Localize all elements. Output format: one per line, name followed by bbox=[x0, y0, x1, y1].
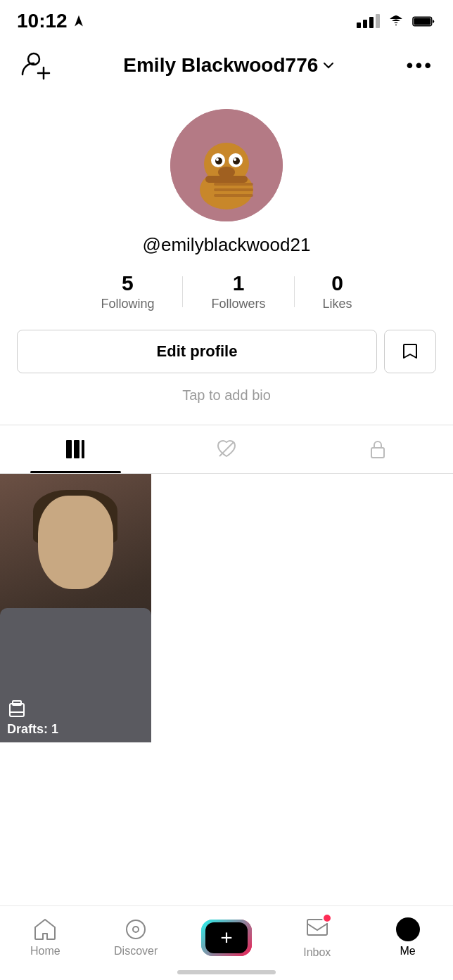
person-head bbox=[38, 496, 113, 590]
following-count: 5 bbox=[122, 271, 134, 295]
svg-rect-17 bbox=[214, 188, 253, 191]
username-text: Emily Blackwood776 bbox=[123, 54, 318, 77]
stats-row: 5 Following 1 Followers 0 Likes bbox=[17, 271, 436, 311]
tab-videos[interactable] bbox=[0, 425, 151, 473]
bottom-navigation: Home Discover + Inbox Me bbox=[0, 905, 453, 980]
profile-avatar-image bbox=[170, 109, 283, 221]
svg-rect-23 bbox=[371, 448, 384, 458]
draft-icon bbox=[7, 699, 27, 719]
followers-stat[interactable]: 1 Followers bbox=[183, 271, 293, 311]
home-label: Home bbox=[30, 945, 60, 958]
svg-point-10 bbox=[215, 157, 222, 165]
bio-placeholder[interactable]: Tap to add bio bbox=[182, 387, 271, 404]
svg-rect-19 bbox=[66, 440, 72, 458]
tab-liked[interactable] bbox=[151, 425, 302, 473]
home-icon bbox=[33, 917, 57, 941]
nav-discover[interactable]: Discover bbox=[108, 917, 164, 958]
grid-icon bbox=[64, 438, 87, 460]
svg-rect-18 bbox=[214, 194, 253, 197]
inbox-label: Inbox bbox=[303, 946, 331, 959]
svg-point-27 bbox=[127, 920, 145, 939]
svg-rect-16 bbox=[214, 183, 253, 186]
me-icon bbox=[396, 917, 420, 941]
action-buttons-row: Edit profile bbox=[17, 330, 436, 373]
more-options-button[interactable]: ••• bbox=[404, 51, 436, 79]
status-time: 10:12 bbox=[17, 10, 86, 32]
likes-stat[interactable]: 0 Likes bbox=[295, 271, 381, 311]
svg-point-13 bbox=[234, 158, 236, 161]
signal-bars bbox=[357, 14, 380, 28]
draft-overlay: Drafts: 1 bbox=[0, 694, 151, 742]
likes-label: Likes bbox=[323, 297, 352, 311]
following-label: Following bbox=[101, 297, 154, 311]
discover-label: Discover bbox=[114, 945, 158, 958]
draft-label: Drafts: 1 bbox=[7, 722, 58, 737]
create-button-inner: + bbox=[205, 922, 248, 953]
time-display: 10:12 bbox=[17, 10, 68, 32]
wifi-icon bbox=[387, 14, 405, 28]
svg-point-11 bbox=[233, 157, 240, 165]
avatar[interactable] bbox=[170, 109, 283, 221]
svg-point-12 bbox=[216, 158, 219, 161]
tab-private[interactable] bbox=[302, 425, 453, 473]
create-button[interactable]: + bbox=[201, 920, 252, 956]
top-navigation: Emily Blackwood776 ••• bbox=[0, 38, 453, 95]
svg-point-28 bbox=[133, 927, 139, 932]
bookmark-icon bbox=[400, 342, 420, 361]
discover-icon bbox=[124, 917, 148, 941]
add-friend-icon bbox=[20, 48, 52, 80]
chevron-down-icon bbox=[322, 59, 335, 72]
plus-icon: + bbox=[220, 927, 233, 948]
video-grid: Drafts: 1 bbox=[0, 474, 453, 742]
inbox-notification-dot bbox=[322, 913, 332, 923]
nav-create[interactable]: + bbox=[198, 920, 255, 956]
following-stat[interactable]: 5 Following bbox=[72, 271, 182, 311]
svg-point-30 bbox=[396, 917, 420, 941]
svg-line-22 bbox=[219, 442, 234, 456]
status-icons bbox=[357, 14, 436, 28]
content-spacer bbox=[0, 742, 453, 827]
followers-count: 1 bbox=[233, 271, 245, 295]
lock-icon bbox=[366, 438, 389, 460]
svg-rect-1 bbox=[414, 18, 430, 25]
add-friend-button[interactable] bbox=[17, 45, 55, 85]
svg-rect-15 bbox=[205, 176, 248, 183]
liked-icon bbox=[215, 438, 238, 460]
svg-rect-21 bbox=[82, 440, 84, 458]
battery-icon bbox=[412, 15, 436, 27]
nav-home[interactable]: Home bbox=[17, 917, 73, 958]
edit-profile-button[interactable]: Edit profile bbox=[17, 330, 377, 373]
navigation-icon bbox=[72, 14, 86, 28]
profile-tabs bbox=[0, 425, 453, 474]
video-thumbnail-draft[interactable]: Drafts: 1 bbox=[0, 474, 151, 742]
bookmark-button[interactable] bbox=[384, 330, 436, 373]
user-handle: @emilyblackwood21 bbox=[143, 234, 311, 256]
followers-label: Followers bbox=[211, 297, 265, 311]
videos-section: Drafts: 1 bbox=[0, 474, 453, 742]
profile-section: @emilyblackwood21 5 Following 1 Follower… bbox=[0, 95, 453, 425]
svg-rect-20 bbox=[74, 440, 79, 458]
username-dropdown-button[interactable]: Emily Blackwood776 bbox=[123, 54, 335, 77]
nav-inbox[interactable]: Inbox bbox=[289, 916, 345, 959]
nav-me[interactable]: Me bbox=[380, 917, 436, 958]
home-indicator bbox=[177, 970, 276, 974]
status-bar: 10:12 bbox=[0, 0, 453, 38]
me-label: Me bbox=[400, 945, 415, 958]
likes-count: 0 bbox=[331, 271, 343, 295]
more-dots: ••• bbox=[407, 54, 433, 76]
